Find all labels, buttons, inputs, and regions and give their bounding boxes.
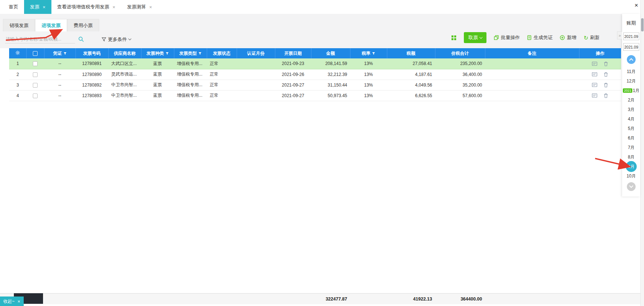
tab-invoice-calc[interactable]: 发票测算 × xyxy=(121,0,158,14)
month-item[interactable]: 5月 xyxy=(622,124,640,133)
month-item[interactable]: 8月 xyxy=(622,152,640,162)
view-icon[interactable] xyxy=(592,72,597,77)
chevron-down-icon xyxy=(128,37,131,40)
header-ops-label: 操作 xyxy=(596,51,605,56)
scroll-months-down-button[interactable] xyxy=(627,182,636,191)
cell-ops xyxy=(579,58,621,69)
header-voucher[interactable]: 凭证 xyxy=(44,48,75,58)
column-settings-header[interactable] xyxy=(9,48,26,58)
month-item[interactable]: 10月 xyxy=(622,171,640,181)
gear-icon xyxy=(15,50,20,55)
month-item[interactable]: 4月 xyxy=(622,114,640,124)
header-invoice-no[interactable]: 发票号码 xyxy=(75,48,108,58)
filter-funnel-icon xyxy=(102,37,106,42)
delete-icon[interactable] xyxy=(604,83,608,88)
tab-calc-label: 发票测算 xyxy=(127,4,146,10)
month-item[interactable]: 11月 xyxy=(622,67,640,76)
batch-operations-button[interactable]: 批量操作 xyxy=(494,34,520,41)
view-icon[interactable] xyxy=(592,83,597,87)
table-row[interactable]: 3 -- 12780892 中卫市尚智... 蓝票 增值税专用... 正常 20… xyxy=(9,80,621,90)
plus-circle-icon xyxy=(560,35,565,40)
cell-tax: 6,626.55 xyxy=(387,90,435,101)
month-label: 9月 xyxy=(626,161,637,172)
scrollbar-thumb[interactable] xyxy=(641,18,644,31)
generate-voucher-button[interactable]: 生成凭证 xyxy=(527,34,552,41)
table-row[interactable]: 2 -- 12780890 灵武市强远... 蓝票 增值税专用... 正常 20… xyxy=(9,69,621,80)
cell-remark xyxy=(485,90,579,101)
add-new-button[interactable]: 新增 xyxy=(560,34,576,41)
panel-collapse-icon[interactable]: » xyxy=(617,31,622,39)
collapse-float-widget[interactable]: 收起~ × xyxy=(0,297,24,306)
select-all-checkbox[interactable] xyxy=(33,51,38,56)
vertical-scrollbar[interactable] xyxy=(640,0,644,306)
header-ops: 操作 xyxy=(579,48,621,58)
refresh-button[interactable]: ↻ 刷新 xyxy=(583,34,600,41)
header-status[interactable]: 发票状态 xyxy=(207,48,237,58)
period-start-input[interactable]: 2021.09 xyxy=(623,32,639,40)
row-seq: 1 xyxy=(9,58,26,69)
header-tax[interactable]: 税额 xyxy=(387,48,435,58)
header-type[interactable]: 发票类型 xyxy=(174,48,207,58)
subtab-input-invoice[interactable]: 进项发票 xyxy=(35,19,67,31)
row-checkbox[interactable] xyxy=(33,72,38,77)
document-icon xyxy=(527,35,532,40)
header-status-label: 发票状态 xyxy=(213,51,230,56)
view-icon[interactable] xyxy=(592,61,597,66)
tab-view-input-vat-invoice[interactable]: 查看进项增值税专用发票 × xyxy=(51,0,121,14)
search-input[interactable] xyxy=(5,35,75,43)
cell-remark xyxy=(485,80,579,90)
add-new-label: 新增 xyxy=(567,34,576,41)
month-label: 11月 xyxy=(627,69,636,75)
header-amount[interactable]: 金额 xyxy=(311,48,350,58)
tab-invoice[interactable]: 发票 × xyxy=(24,0,51,14)
qr-grid-icon[interactable] xyxy=(451,35,457,41)
view-icon[interactable] xyxy=(592,93,597,98)
cell-total: 35,200.00 xyxy=(435,80,485,90)
header-total[interactable]: 价税合计 xyxy=(435,48,485,58)
period-end-input[interactable]: 2021.09 xyxy=(623,43,639,51)
tab-home[interactable]: 首页 xyxy=(3,0,24,14)
search-row: 更多条件 xyxy=(5,35,131,43)
close-icon[interactable]: × xyxy=(113,5,116,9)
month-item[interactable]: 2月 xyxy=(622,95,640,105)
month-item[interactable]: 7月 xyxy=(622,143,640,152)
table-row[interactable]: 4 -- 12780893 中卫市尚智... 蓝票 增值税专用... 正常 20… xyxy=(9,90,621,101)
get-invoice-button[interactable]: 取票 xyxy=(464,32,486,43)
row-checkbox[interactable] xyxy=(33,93,38,98)
row-checkbox[interactable] xyxy=(33,61,38,66)
scroll-months-up-button[interactable] xyxy=(627,55,636,64)
header-tax-rate[interactable]: 税率 xyxy=(350,48,387,58)
cell-kind: 蓝票 xyxy=(141,90,174,101)
search-icon[interactable] xyxy=(78,36,84,42)
delete-icon[interactable] xyxy=(604,61,608,66)
month-item[interactable]: 12月 xyxy=(622,76,640,86)
window-close-icon[interactable]: × xyxy=(635,2,638,8)
month-item-selected[interactable]: 9月 xyxy=(622,162,640,171)
header-remark[interactable]: 备注 xyxy=(485,48,579,58)
header-supplier[interactable]: 供应商名称 xyxy=(108,48,141,58)
month-item[interactable]: 6月 xyxy=(622,133,640,143)
cell-tax-rate: 13% xyxy=(350,69,387,80)
cell-amount: 31,150.44 xyxy=(311,80,350,90)
row-checkbox[interactable] xyxy=(33,83,38,88)
header-auth-month[interactable]: 认证月份 xyxy=(237,48,275,58)
cell-auth-month xyxy=(237,80,275,90)
more-conditions-button[interactable]: 更多条件 xyxy=(102,36,131,43)
header-date[interactable]: 开票日期 xyxy=(275,48,311,58)
subtab-sales-invoice[interactable]: 销项发票 xyxy=(3,19,35,31)
table-row[interactable]: 1 -- 12780891 大武口区立... 蓝票 增值税专用... 正常 20… xyxy=(9,58,621,69)
cell-tax: 27,058.41 xyxy=(387,58,435,69)
month-item-with-year[interactable]: 2021 1月 xyxy=(622,86,640,95)
close-icon[interactable]: × xyxy=(43,5,46,9)
delete-icon[interactable] xyxy=(604,72,608,77)
cell-kind: 蓝票 xyxy=(141,58,174,69)
header-kind[interactable]: 发票种类 xyxy=(141,48,174,58)
select-all-header[interactable] xyxy=(26,48,44,58)
cell-supplier: 灵武市强远... xyxy=(108,69,141,80)
subtab-expense-receipt[interactable]: 费用小票 xyxy=(67,19,99,31)
delete-icon[interactable] xyxy=(604,93,608,98)
close-icon[interactable]: × xyxy=(18,299,20,304)
row-select-cell xyxy=(26,90,44,101)
month-item[interactable]: 3月 xyxy=(622,105,640,114)
close-icon[interactable]: × xyxy=(149,5,152,9)
